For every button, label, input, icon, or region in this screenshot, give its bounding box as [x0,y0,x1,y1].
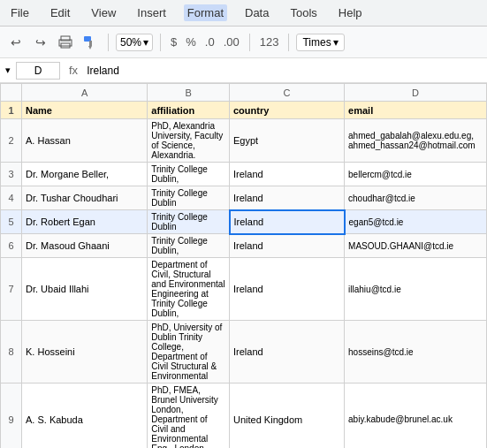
cell-email[interactable]: MASOUD.GHAANI@tcd.ie [345,234,487,258]
cell-country[interactable]: United Kingdom [230,383,345,449]
row-num-9: 9 [1,383,22,449]
table-row: 3Dr. Morgane Beller,Trinity College Dubl… [1,163,487,186]
column-header-row: 1 Name affiliation country email [1,102,487,119]
row-num-5: 5 [1,210,22,234]
cell-name[interactable]: A. Hassan [22,119,148,163]
row-num-7: 7 [1,258,22,321]
cell-name[interactable]: A. S. Kabuda [22,383,148,449]
col-header-d[interactable]: D [345,84,487,102]
cell-email[interactable]: choudhar@tcd.ie [345,186,487,210]
font-selector[interactable]: Times ▾ [296,34,344,51]
formula-icon: fx [65,64,81,77]
header-email: email [345,102,487,119]
table-row: 8K. HosseiniPhD, University of Dublin Tr… [1,321,487,383]
col-header-c[interactable]: C [230,84,345,102]
cell-email[interactable]: illahiu@tcd.ie [345,258,487,321]
cell-affiliation[interactable]: Department of Civil, Structural and Envi… [148,258,230,321]
table-row: 6Dr. Masoud GhaaniTrinity College Dublin… [1,234,487,258]
menu-format[interactable]: Format [184,4,227,21]
svg-rect-4 [89,41,92,46]
cell-country[interactable]: Ireland [230,163,345,186]
spreadsheet: A B C D 1 Name affiliation country email… [0,83,487,448]
svg-marker-5 [88,46,92,49]
cell-email[interactable]: bellercm@tcd.ie [345,163,487,186]
header-name: Name [22,102,148,119]
cell-country[interactable]: Ireland [230,321,345,383]
cell-affiliation[interactable]: Trinity College Dublin [148,210,230,234]
cell-ref-dropdown[interactable]: ▾ [5,65,11,76]
cell-affiliation[interactable]: Trinity College Dublin [148,186,230,210]
cell-country[interactable]: Ireland [230,210,345,234]
table-row: 4Dr. Tushar ChoudhariTrinity College Dub… [1,186,487,210]
header-affiliation: affiliation [148,102,230,119]
cell-country[interactable]: Ireland [230,258,345,321]
zoom-selector[interactable]: 50% ▾ [116,34,153,51]
cell-affiliation[interactable]: PhD, FMEA, Brunel University London, Dep… [148,383,230,449]
header-country: country [230,102,345,119]
formula-bar: ▾ fx [0,58,487,83]
print-button[interactable] [55,32,76,53]
format-paint-button[interactable] [80,32,101,53]
menu-help[interactable]: Help [335,4,366,21]
cell-name[interactable]: Dr. Tushar Choudhari [22,186,148,210]
currency-button[interactable]: $ [168,34,179,50]
decimal-more-button[interactable]: .00 [221,34,242,50]
cell-affiliation[interactable]: PhD, Alexandria University, Faculty of S… [148,119,230,163]
menu-file[interactable]: File [7,4,33,21]
row-num-6: 6 [1,234,22,258]
cell-email[interactable]: hosseins@tcd.ie [345,321,487,383]
cell-email[interactable]: egan5@tcd.ie [345,210,487,234]
row-num-8: 8 [1,321,22,383]
cell-email[interactable]: ahmed_gabalah@alexu.edu.eg, ahmed_hassan… [345,119,487,163]
undo-button[interactable]: ↩ [5,32,27,53]
menu-edit[interactable]: Edit [47,4,73,21]
cell-country[interactable]: Egypt [230,119,345,163]
menu-view[interactable]: View [88,4,119,21]
cell-country[interactable]: Ireland [230,234,345,258]
row-num-1: 1 [1,102,22,119]
cell-name[interactable]: Dr. Morgane Beller, [22,163,148,186]
data-table: A B C D 1 Name affiliation country email… [0,83,487,448]
col-header-rownum [1,84,22,102]
row-num-3: 3 [1,163,22,186]
format-number-button[interactable]: 123 [257,34,282,50]
formula-input[interactable] [87,65,482,77]
menu-bar: File Edit View Insert Format Data Tools … [0,0,487,27]
redo-button[interactable]: ↪ [30,32,51,53]
table-row: 7Dr. Ubaid IllahiDepartment of Civil, St… [1,258,487,321]
cell-affiliation[interactable]: Trinity College Dublin, [148,163,230,186]
cell-name[interactable]: Dr. Masoud Ghaani [22,234,148,258]
separator-4 [288,34,289,51]
table-row: 2A. HassanPhD, Alexandria University, Fa… [1,119,487,163]
toolbar: ↩ ↪ 50% ▾ $ % .0 .00 123 Times ▾ [0,27,487,58]
cell-name[interactable]: Dr. Ubaid Illahi [22,258,148,321]
table-row: 5Dr. Robert EganTrinity College DublinIr… [1,210,487,234]
table-row: 9A. S. KabudaPhD, FMEA, Brunel Universit… [1,383,487,449]
menu-insert[interactable]: Insert [133,4,170,21]
row-num-2: 2 [1,119,22,163]
cell-name[interactable]: K. Hosseini [22,321,148,383]
cell-affiliation[interactable]: PhD, University of Dublin Trinity Colleg… [148,321,230,383]
separator-1 [108,34,109,51]
menu-data[interactable]: Data [241,4,272,21]
row-num-4: 4 [1,186,22,210]
separator-3 [249,34,250,51]
col-header-b[interactable]: B [148,84,230,102]
decimal-less-button[interactable]: .0 [202,34,217,50]
percent-button[interactable]: % [183,34,199,50]
menu-tools[interactable]: Tools [286,4,320,21]
col-header-a[interactable]: A [22,84,148,102]
separator-2 [160,34,161,51]
cell-affiliation[interactable]: Trinity College Dublin, [148,234,230,258]
cell-reference-input[interactable] [16,62,60,80]
cell-country[interactable]: Ireland [230,186,345,210]
cell-email[interactable]: abiy.kabude@brunel.ac.uk [345,383,487,449]
cell-name[interactable]: Dr. Robert Egan [22,210,148,234]
